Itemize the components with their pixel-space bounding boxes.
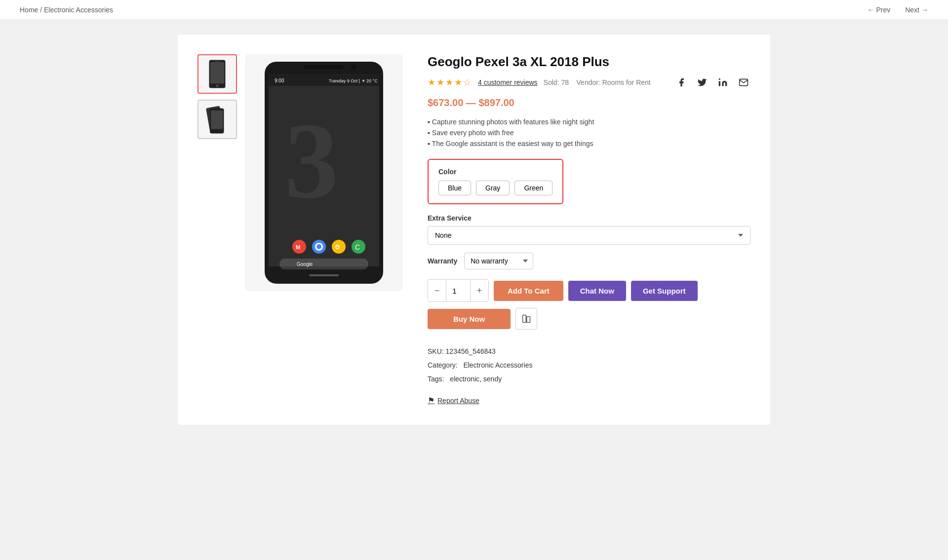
color-section: Color Blue Gray Green	[428, 159, 563, 204]
buy-now-button[interactable]: Buy Now	[428, 309, 511, 329]
product-title: Geoglo Pexel 3a XL 2018 Plus	[428, 54, 750, 70]
warranty-row: Warranty No warranty	[428, 253, 750, 269]
sold-info: Sold: 78 Vendor: Rooms for Rent	[544, 78, 651, 86]
color-label: Color	[438, 168, 553, 176]
thumbnail-2[interactable]	[198, 100, 237, 139]
email-icon[interactable]	[737, 75, 750, 89]
feature-2: Save every photo with free	[428, 127, 750, 138]
thumbnail-1[interactable]	[198, 54, 237, 94]
breadcrumb: Home / Electronic Accessories	[20, 6, 113, 14]
svg-point-26	[351, 65, 356, 70]
svg-rect-24	[309, 274, 339, 276]
prev-button[interactable]: ← Prev	[867, 6, 890, 14]
svg-text:9:00: 9:00	[275, 78, 284, 83]
svg-rect-28	[523, 315, 526, 323]
features-list: Capture stunning photos with features li…	[428, 116, 750, 149]
get-support-button[interactable]: Get Support	[631, 281, 698, 301]
meta-info: SKU: 123456_546843 Category: Electronic …	[428, 344, 750, 386]
compare-button[interactable]	[515, 308, 537, 330]
svg-rect-1	[210, 62, 225, 84]
sku-row: SKU: 123456_546843	[428, 344, 750, 358]
price-range: $673.00 — $897.00	[428, 97, 750, 109]
twitter-icon[interactable]	[695, 75, 709, 89]
category-row: Category: Electronic Accessories	[428, 358, 750, 372]
compare-icon	[522, 314, 531, 323]
report-abuse-link[interactable]: ⚑ Report Abuse	[428, 396, 750, 405]
color-gray[interactable]: Gray	[476, 181, 510, 195]
extra-service-select[interactable]: None	[428, 226, 750, 245]
extra-service-section: Extra Service None	[428, 214, 750, 245]
top-nav: Home / Electronic Accessories ← Prev Nex…	[0, 0, 948, 20]
star-rating: ★★★★☆	[428, 77, 472, 88]
svg-text:M: M	[296, 244, 300, 250]
quantity-control: − +	[428, 279, 489, 302]
warranty-label: Warranty	[428, 257, 457, 265]
svg-rect-6	[211, 111, 223, 129]
svg-text:Tuesday 9 Oct | ☀ 20 °C: Tuesday 9 Oct | ☀ 20 °C	[329, 78, 378, 83]
qty-decrease-button[interactable]: −	[428, 280, 446, 301]
rating-row: ★★★★☆ 4 customer reviews Sold: 78 Vendor…	[428, 75, 750, 89]
svg-text:✿: ✿	[335, 243, 340, 251]
svg-rect-22	[279, 259, 368, 269]
nav-arrows: ← Prev Next →	[867, 6, 928, 14]
arrow-left-icon: ←	[867, 6, 874, 14]
qty-increase-button[interactable]: +	[471, 280, 488, 301]
left-panel: 9:00 Tuesday 9 Oct | ☀ 20 °C 3 M ✿ C Goo…	[198, 54, 403, 405]
color-green[interactable]: Green	[514, 181, 553, 195]
chat-now-button[interactable]: Chat Now	[568, 281, 626, 301]
svg-text:C: C	[355, 243, 360, 251]
facebook-icon[interactable]	[674, 75, 688, 89]
linkedin-icon[interactable]	[716, 75, 730, 89]
feature-3: The Google assistant is the easiest way …	[428, 138, 750, 149]
warranty-select[interactable]: No warranty	[464, 253, 533, 269]
main-product-image: 9:00 Tuesday 9 Oct | ☀ 20 °C 3 M ✿ C Goo…	[245, 54, 403, 291]
add-to-cart-button[interactable]: Add To Cart	[494, 281, 563, 301]
extra-service-label: Extra Service	[428, 214, 750, 222]
next-button[interactable]: Next →	[905, 6, 928, 14]
svg-rect-3	[214, 61, 220, 62]
svg-point-17	[316, 244, 321, 249]
flag-icon: ⚑	[428, 396, 434, 405]
product-info: Geoglo Pexel 3a XL 2018 Plus ★★★★☆ 4 cus…	[428, 54, 750, 405]
feature-1: Capture stunning photos with features li…	[428, 116, 750, 127]
reviews-link[interactable]: 4 customer reviews	[478, 78, 538, 86]
svg-rect-29	[527, 317, 530, 323]
svg-text:Google: Google	[297, 261, 313, 267]
svg-text:3: 3	[284, 101, 339, 221]
main-container: 9:00 Tuesday 9 Oct | ☀ 20 °C 3 M ✿ C Goo…	[178, 35, 770, 425]
quantity-input[interactable]	[446, 280, 471, 301]
color-options: Blue Gray Green	[438, 181, 553, 195]
svg-point-2	[216, 85, 219, 87]
second-action-row: Buy Now	[428, 308, 750, 330]
social-icons	[674, 75, 750, 89]
arrow-right-icon: →	[921, 6, 928, 14]
tags-row: Tags: electronic, sendy	[428, 372, 750, 386]
svg-point-27	[719, 78, 720, 80]
action-row: − + Add To Cart Chat Now Get Support	[428, 279, 750, 302]
color-blue[interactable]: Blue	[438, 181, 471, 195]
thumbnails	[198, 54, 237, 405]
svg-rect-25	[304, 65, 344, 69]
